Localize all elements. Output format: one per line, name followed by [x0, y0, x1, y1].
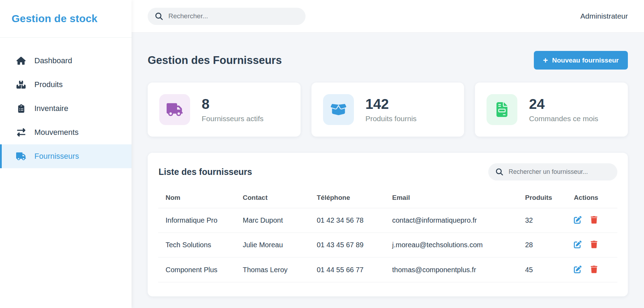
delete-button[interactable]: [591, 216, 597, 225]
new-supplier-button-label: Nouveau fournisseur: [552, 57, 619, 64]
supplier-contact: Julie Moreau: [243, 233, 317, 257]
stat-value: 142: [365, 96, 417, 112]
column-header-produits: Produits: [525, 189, 574, 208]
trash-icon: [591, 266, 597, 273]
sidebar-item-label: Inventaire: [34, 104, 68, 113]
supplier-products-count: 45: [525, 257, 574, 282]
delete-button[interactable]: [591, 266, 597, 274]
table-header-row: Nom Contact Téléphone Email Produits Act…: [158, 189, 617, 208]
sidebar-item-fournisseurs[interactable]: Fournisseurs: [0, 144, 132, 168]
stat-card-orders: 24 Commandes ce mois: [475, 83, 628, 137]
stat-text: 142 Produits fournis: [365, 96, 417, 123]
app-logo: Gestion de stock: [12, 13, 98, 25]
row-actions: [574, 257, 617, 282]
stat-card-products: 142 Produits fournis: [311, 83, 464, 137]
global-search[interactable]: [148, 8, 306, 25]
truck-icon: [16, 152, 26, 160]
edit-button[interactable]: [574, 266, 582, 274]
main-content: Gestion des Fournisseurs + Nouveau fourn…: [132, 33, 644, 308]
column-header-contact: Contact: [243, 189, 317, 208]
table-row: Tech Solutions Julie Moreau 01 43 45 67 …: [158, 233, 617, 257]
new-supplier-button[interactable]: + Nouveau fournisseur: [534, 51, 628, 70]
supplier-phone: 01 44 55 66 77: [317, 257, 392, 282]
supplier-phone: 01 43 45 67 89: [317, 233, 392, 257]
supplier-phone: 01 42 34 56 78: [317, 208, 392, 233]
page-title: Gestion des Fournisseurs: [148, 54, 282, 67]
supplier-search-input[interactable]: [509, 168, 610, 176]
table-row: Informatique Pro Marc Dupont 01 42 34 56…: [158, 208, 617, 233]
stat-label: Commandes ce mois: [529, 114, 598, 123]
edit-button[interactable]: [574, 216, 582, 225]
stat-label: Fournisseurs actifs: [202, 114, 263, 123]
suppliers-card-header: Liste des fournisseurs: [158, 163, 617, 181]
sidebar-item-dashboard[interactable]: Dashboard: [0, 49, 132, 73]
home-icon: [16, 57, 26, 65]
stat-text: 24 Commandes ce mois: [529, 96, 598, 123]
sidebar-item-mouvements[interactable]: Mouvements: [0, 120, 132, 144]
sidebar-item-label: Mouvements: [34, 128, 79, 137]
trash-icon: [591, 216, 597, 224]
row-actions: [574, 233, 617, 257]
sidebar-item-label: Fournisseurs: [34, 152, 79, 161]
file-invoice-icon: [487, 94, 517, 125]
supplier-name: Informatique Pro: [158, 208, 243, 233]
delete-button[interactable]: [591, 241, 597, 249]
table-row: Component Plus Thomas Leroy 01 44 55 66 …: [158, 257, 617, 282]
boxes-icon: [16, 80, 26, 89]
content-column: Administrateur Gestion des Fournisseurs …: [132, 0, 644, 308]
column-header-telephone: Téléphone: [317, 189, 392, 208]
suppliers-list-title: Liste des fournisseurs: [159, 167, 252, 177]
sidebar-item-produits[interactable]: Produits: [0, 73, 132, 97]
global-search-input[interactable]: [168, 12, 298, 20]
trash-icon: [591, 241, 597, 248]
search-icon: [155, 13, 163, 20]
edit-icon: [574, 241, 582, 248]
page-header: Gestion des Fournisseurs + Nouveau fourn…: [148, 51, 628, 70]
column-header-nom: Nom: [158, 189, 243, 208]
supplier-name: Tech Solutions: [158, 233, 243, 257]
stat-value: 8: [202, 96, 263, 112]
supplier-search[interactable]: [488, 163, 617, 181]
truck-icon: [159, 94, 190, 125]
sidebar: Gestion de stock Dashboard Produits Inve…: [0, 0, 132, 308]
supplier-products-count: 28: [525, 233, 574, 257]
stat-label: Produits fournis: [365, 114, 417, 123]
user-name[interactable]: Administrateur: [581, 12, 628, 20]
box-open-icon: [323, 94, 354, 125]
plus-icon: +: [543, 56, 548, 65]
sidebar-header: Gestion de stock: [0, 0, 132, 38]
clipboard-icon: [16, 104, 26, 113]
exchange-icon: [16, 128, 26, 137]
search-icon: [496, 168, 503, 176]
edit-icon: [574, 216, 582, 224]
supplier-products-count: 32: [525, 208, 574, 233]
row-actions: [574, 208, 617, 233]
edit-button[interactable]: [574, 241, 582, 249]
supplier-email: contact@informatiquepro.fr: [392, 208, 525, 233]
sidebar-item-inventaire[interactable]: Inventaire: [0, 97, 132, 120]
stat-card-suppliers: 8 Fournisseurs actifs: [148, 83, 301, 137]
sidebar-item-label: Produits: [34, 80, 63, 89]
supplier-contact: Marc Dupont: [243, 208, 317, 233]
sidebar-nav: Dashboard Produits Inventaire Mouvements…: [0, 38, 132, 168]
stat-text: 8 Fournisseurs actifs: [202, 96, 263, 123]
column-header-email: Email: [392, 189, 525, 208]
edit-icon: [574, 266, 582, 273]
topbar: Administrateur: [132, 0, 644, 33]
supplier-email: j.moreau@techsolutions.com: [392, 233, 525, 257]
suppliers-table: Nom Contact Téléphone Email Produits Act…: [158, 189, 617, 282]
supplier-email: thomas@componentplus.fr: [392, 257, 525, 282]
supplier-contact: Thomas Leroy: [243, 257, 317, 282]
sidebar-item-label: Dashboard: [34, 56, 72, 65]
stats-row: 8 Fournisseurs actifs 142 Produits fourn…: [148, 83, 628, 137]
stat-value: 24: [529, 96, 598, 112]
supplier-name: Component Plus: [158, 257, 243, 282]
column-header-actions: Actions: [574, 189, 617, 208]
suppliers-card: Liste des fournisseurs Nom Contact Télép…: [148, 153, 628, 296]
